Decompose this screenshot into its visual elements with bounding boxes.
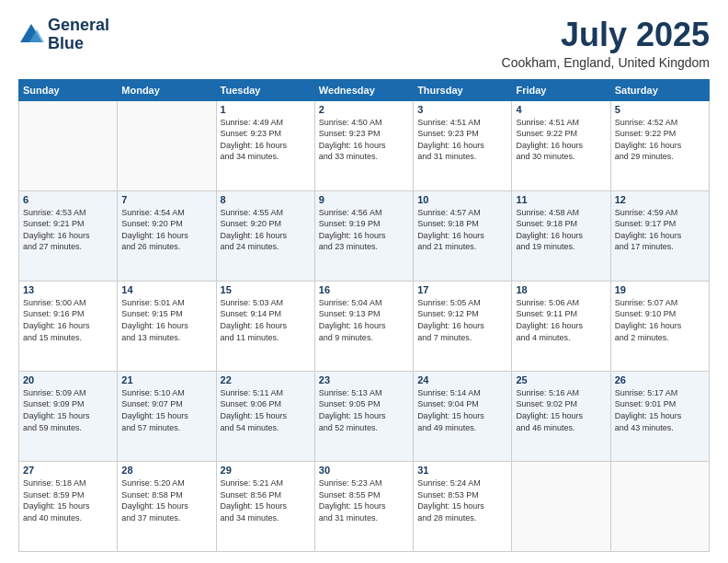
day-number: 21 (121, 374, 211, 385)
table-row: 31Sunrise: 5:24 AM Sunset: 8:53 PM Dayli… (414, 461, 512, 551)
calendar-row: 13Sunrise: 5:00 AM Sunset: 9:16 PM Dayli… (19, 281, 710, 371)
table-row (19, 100, 118, 190)
day-info: Sunrise: 5:14 AM Sunset: 9:04 PM Dayligh… (417, 387, 507, 433)
table-row: 4Sunrise: 4:51 AM Sunset: 9:22 PM Daylig… (512, 100, 610, 190)
calendar-header-row: Sunday Monday Tuesday Wednesday Thursday… (19, 79, 710, 100)
table-row: 3Sunrise: 4:51 AM Sunset: 9:23 PM Daylig… (414, 100, 512, 190)
day-number: 8 (221, 194, 311, 205)
day-number: 2 (319, 104, 409, 115)
day-info: Sunrise: 5:03 AM Sunset: 9:14 PM Dayligh… (221, 297, 311, 343)
calendar-row: 1Sunrise: 4:49 AM Sunset: 9:23 PM Daylig… (19, 100, 710, 190)
table-row: 25Sunrise: 5:16 AM Sunset: 9:02 PM Dayli… (512, 371, 610, 461)
day-info: Sunrise: 5:21 AM Sunset: 8:56 PM Dayligh… (221, 477, 311, 523)
day-info: Sunrise: 5:04 AM Sunset: 9:13 PM Dayligh… (319, 297, 409, 343)
day-number: 24 (417, 374, 507, 385)
day-number: 6 (23, 194, 113, 205)
day-info: Sunrise: 4:58 AM Sunset: 9:18 PM Dayligh… (516, 207, 606, 253)
day-info: Sunrise: 4:50 AM Sunset: 9:23 PM Dayligh… (319, 117, 409, 163)
calendar-row: 20Sunrise: 5:09 AM Sunset: 9:09 PM Dayli… (19, 371, 710, 461)
day-info: Sunrise: 4:51 AM Sunset: 9:22 PM Dayligh… (516, 117, 606, 163)
table-row: 9Sunrise: 4:56 AM Sunset: 9:19 PM Daylig… (314, 190, 413, 281)
day-number: 22 (221, 374, 311, 385)
day-info: Sunrise: 5:06 AM Sunset: 9:11 PM Dayligh… (516, 297, 606, 343)
col-saturday: Saturday (610, 79, 709, 100)
day-info: Sunrise: 4:55 AM Sunset: 9:20 PM Dayligh… (221, 207, 311, 253)
location: Cookham, England, United Kingdom (502, 55, 710, 70)
day-number: 29 (221, 465, 311, 476)
day-number: 15 (221, 284, 311, 295)
calendar-row: 6Sunrise: 4:53 AM Sunset: 9:21 PM Daylig… (19, 190, 710, 281)
table-row (512, 461, 610, 551)
table-row: 22Sunrise: 5:11 AM Sunset: 9:06 PM Dayli… (216, 371, 314, 461)
table-row: 7Sunrise: 4:54 AM Sunset: 9:20 PM Daylig… (118, 190, 216, 281)
day-info: Sunrise: 5:20 AM Sunset: 8:58 PM Dayligh… (121, 477, 211, 523)
col-wednesday: Wednesday (314, 79, 413, 100)
table-row: 6Sunrise: 4:53 AM Sunset: 9:21 PM Daylig… (19, 190, 118, 281)
day-info: Sunrise: 4:59 AM Sunset: 9:17 PM Dayligh… (615, 207, 705, 253)
table-row (118, 100, 216, 190)
table-row: 17Sunrise: 5:05 AM Sunset: 9:12 PM Dayli… (414, 281, 512, 371)
day-info: Sunrise: 4:53 AM Sunset: 9:21 PM Dayligh… (23, 207, 113, 253)
table-row: 23Sunrise: 5:13 AM Sunset: 9:05 PM Dayli… (314, 371, 413, 461)
day-info: Sunrise: 5:11 AM Sunset: 9:06 PM Dayligh… (221, 387, 311, 433)
col-monday: Monday (118, 79, 216, 100)
table-row: 20Sunrise: 5:09 AM Sunset: 9:09 PM Dayli… (19, 371, 118, 461)
day-number: 20 (23, 374, 113, 385)
table-row: 19Sunrise: 5:07 AM Sunset: 9:10 PM Dayli… (610, 281, 709, 371)
day-number: 4 (516, 104, 606, 115)
day-info: Sunrise: 4:56 AM Sunset: 9:19 PM Dayligh… (319, 207, 409, 253)
day-number: 11 (516, 194, 606, 205)
col-thursday: Thursday (414, 79, 512, 100)
day-info: Sunrise: 5:16 AM Sunset: 9:02 PM Dayligh… (516, 387, 606, 433)
day-number: 9 (319, 194, 409, 205)
logo-icon (18, 22, 44, 48)
logo-text: General Blue (48, 17, 109, 53)
day-info: Sunrise: 5:18 AM Sunset: 8:59 PM Dayligh… (23, 477, 113, 523)
page: General Blue July 2025 Cookham, England,… (0, 0, 728, 563)
col-sunday: Sunday (19, 79, 118, 100)
day-number: 25 (516, 374, 606, 385)
day-number: 12 (615, 194, 705, 205)
table-row: 10Sunrise: 4:57 AM Sunset: 9:18 PM Dayli… (414, 190, 512, 281)
table-row (610, 461, 709, 551)
day-number: 3 (417, 104, 507, 115)
day-number: 18 (516, 284, 606, 295)
day-info: Sunrise: 4:54 AM Sunset: 9:20 PM Dayligh… (121, 207, 211, 253)
day-info: Sunrise: 5:07 AM Sunset: 9:10 PM Dayligh… (615, 297, 705, 343)
table-row: 5Sunrise: 4:52 AM Sunset: 9:22 PM Daylig… (610, 100, 709, 190)
day-info: Sunrise: 4:49 AM Sunset: 9:23 PM Dayligh… (221, 117, 311, 163)
day-number: 7 (121, 194, 211, 205)
day-info: Sunrise: 5:01 AM Sunset: 9:15 PM Dayligh… (121, 297, 211, 343)
day-info: Sunrise: 4:51 AM Sunset: 9:23 PM Dayligh… (417, 117, 507, 163)
day-info: Sunrise: 5:17 AM Sunset: 9:01 PM Dayligh… (615, 387, 705, 433)
col-friday: Friday (512, 79, 610, 100)
table-row: 30Sunrise: 5:23 AM Sunset: 8:55 PM Dayli… (314, 461, 413, 551)
table-row: 2Sunrise: 4:50 AM Sunset: 9:23 PM Daylig… (314, 100, 413, 190)
day-number: 16 (319, 284, 409, 295)
table-row: 15Sunrise: 5:03 AM Sunset: 9:14 PM Dayli… (216, 281, 314, 371)
table-row: 27Sunrise: 5:18 AM Sunset: 8:59 PM Dayli… (19, 461, 118, 551)
table-row: 29Sunrise: 5:21 AM Sunset: 8:56 PM Dayli… (216, 461, 314, 551)
day-number: 5 (615, 104, 705, 115)
day-number: 14 (121, 284, 211, 295)
day-info: Sunrise: 5:10 AM Sunset: 9:07 PM Dayligh… (121, 387, 211, 433)
day-info: Sunrise: 5:13 AM Sunset: 9:05 PM Dayligh… (319, 387, 409, 433)
col-tuesday: Tuesday (216, 79, 314, 100)
calendar-table: Sunday Monday Tuesday Wednesday Thursday… (18, 79, 710, 552)
calendar-row: 27Sunrise: 5:18 AM Sunset: 8:59 PM Dayli… (19, 461, 710, 551)
day-number: 19 (615, 284, 705, 295)
table-row: 16Sunrise: 5:04 AM Sunset: 9:13 PM Dayli… (314, 281, 413, 371)
day-number: 28 (121, 465, 211, 476)
table-row: 1Sunrise: 4:49 AM Sunset: 9:23 PM Daylig… (216, 100, 314, 190)
table-row: 12Sunrise: 4:59 AM Sunset: 9:17 PM Dayli… (610, 190, 709, 281)
table-row: 14Sunrise: 5:01 AM Sunset: 9:15 PM Dayli… (118, 281, 216, 371)
table-row: 26Sunrise: 5:17 AM Sunset: 9:01 PM Dayli… (610, 371, 709, 461)
day-number: 26 (615, 374, 705, 385)
day-number: 30 (319, 465, 409, 476)
table-row: 11Sunrise: 4:58 AM Sunset: 9:18 PM Dayli… (512, 190, 610, 281)
day-info: Sunrise: 5:00 AM Sunset: 9:16 PM Dayligh… (23, 297, 113, 343)
day-info: Sunrise: 5:05 AM Sunset: 9:12 PM Dayligh… (417, 297, 507, 343)
day-number: 31 (417, 465, 507, 476)
table-row: 24Sunrise: 5:14 AM Sunset: 9:04 PM Dayli… (414, 371, 512, 461)
day-number: 27 (23, 465, 113, 476)
